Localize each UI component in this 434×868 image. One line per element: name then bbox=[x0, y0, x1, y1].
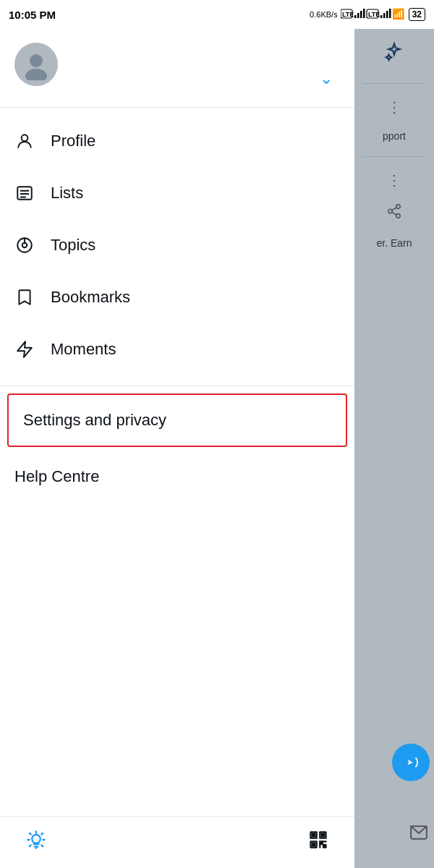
sparkle-icon bbox=[383, 42, 405, 69]
bookmark-icon bbox=[14, 287, 35, 307]
bottom-nav bbox=[0, 816, 354, 868]
svg-text:LTE: LTE bbox=[342, 11, 354, 18]
status-right-icons: 0.6KB/s LTE LTE 📶 bbox=[310, 7, 425, 22]
right-panel-inner: ⋮ pport ⋮ er. Earn bbox=[354, 29, 434, 868]
drawer-panel: ⌄ Profile bbox=[0, 29, 354, 868]
main-container: ⌄ Profile bbox=[0, 29, 434, 868]
menu-item-topics[interactable]: Topics bbox=[0, 219, 354, 271]
more-dots-icon-2: ⋮ bbox=[387, 171, 402, 189]
svg-rect-29 bbox=[322, 834, 325, 837]
qr-code-icon[interactable] bbox=[308, 830, 328, 855]
settings-label: Settings and privacy bbox=[23, 411, 166, 430]
menu-item-bookmarks[interactable]: Bookmarks bbox=[0, 271, 354, 323]
svg-rect-5 bbox=[363, 9, 365, 18]
svg-text:📶: 📶 bbox=[392, 8, 405, 20]
right-panel: ⋮ pport ⋮ er. Earn bbox=[354, 29, 434, 868]
compose-fab-button[interactable] bbox=[392, 744, 430, 781]
svg-rect-9 bbox=[383, 13, 386, 18]
svg-rect-2 bbox=[354, 15, 357, 18]
topics-label: Topics bbox=[51, 236, 95, 255]
signal-icons: LTE LTE 📶 bbox=[341, 7, 406, 22]
menu-list: Profile Lists bbox=[0, 108, 354, 383]
network-speed: 0.6KB/s bbox=[310, 10, 338, 19]
svg-rect-4 bbox=[360, 11, 362, 18]
menu-item-profile[interactable]: Profile bbox=[0, 115, 354, 167]
topics-icon bbox=[14, 235, 35, 255]
settings-privacy-item[interactable]: Settings and privacy bbox=[7, 393, 347, 447]
profile-label: Profile bbox=[51, 132, 95, 150]
svg-line-39 bbox=[392, 212, 396, 215]
svg-rect-3 bbox=[357, 13, 359, 18]
svg-rect-28 bbox=[312, 834, 315, 837]
svg-point-21 bbox=[22, 243, 27, 248]
lists-icon bbox=[14, 183, 35, 203]
moments-label: Moments bbox=[51, 340, 116, 359]
avatar[interactable] bbox=[14, 43, 58, 86]
svg-marker-23 bbox=[17, 341, 32, 357]
status-bar: 10:05 PM 0.6KB/s LTE LTE bbox=[0, 0, 434, 29]
svg-rect-30 bbox=[312, 843, 315, 846]
snippet-2: er. Earn bbox=[376, 237, 412, 249]
svg-text:LTE: LTE bbox=[368, 11, 380, 18]
svg-point-13 bbox=[30, 54, 43, 67]
svg-rect-10 bbox=[386, 11, 388, 18]
more-dots-icon: ⋮ bbox=[387, 98, 402, 116]
snippet-1: pport bbox=[383, 130, 406, 142]
avatar-row: ⌄ bbox=[14, 41, 340, 88]
battery-indicator: 32 bbox=[409, 8, 425, 21]
svg-point-15 bbox=[22, 135, 28, 141]
drawer-header: ⌄ bbox=[0, 29, 354, 95]
right-divider-2 bbox=[362, 156, 426, 157]
share-icon bbox=[386, 203, 402, 223]
svg-rect-8 bbox=[380, 15, 383, 18]
svg-line-40 bbox=[392, 208, 396, 210]
avatar-image bbox=[20, 48, 52, 80]
profile-icon bbox=[14, 131, 35, 151]
svg-rect-11 bbox=[389, 9, 391, 18]
bolt-icon bbox=[14, 339, 35, 359]
svg-point-14 bbox=[25, 69, 47, 80]
drawer-lower-divider bbox=[0, 386, 354, 386]
status-time: 10:05 PM bbox=[9, 9, 56, 21]
mail-icon[interactable] bbox=[409, 823, 428, 846]
lists-label: Lists bbox=[51, 184, 83, 203]
bookmarks-label: Bookmarks bbox=[51, 288, 130, 307]
chevron-down-icon[interactable]: ⌄ bbox=[320, 69, 333, 88]
menu-item-lists[interactable]: Lists bbox=[0, 167, 354, 219]
help-label: Help Centre bbox=[14, 467, 99, 486]
lightbulb-icon[interactable] bbox=[26, 830, 46, 855]
svg-rect-33 bbox=[323, 845, 326, 848]
menu-item-moments[interactable]: Moments bbox=[0, 323, 354, 375]
right-divider-1 bbox=[362, 83, 426, 84]
help-centre-item[interactable]: Help Centre bbox=[0, 451, 354, 502]
svg-point-24 bbox=[32, 835, 41, 843]
